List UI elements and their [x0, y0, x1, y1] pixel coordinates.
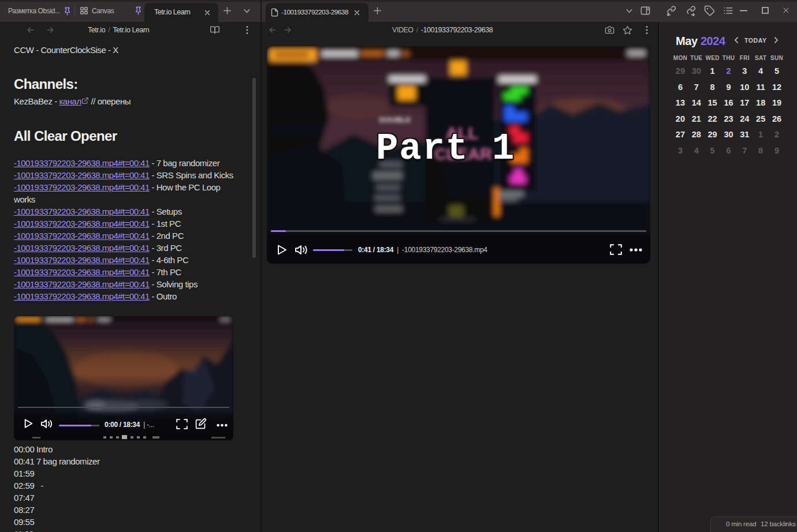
svg-text:DOUBLE: DOUBLE [379, 115, 411, 124]
